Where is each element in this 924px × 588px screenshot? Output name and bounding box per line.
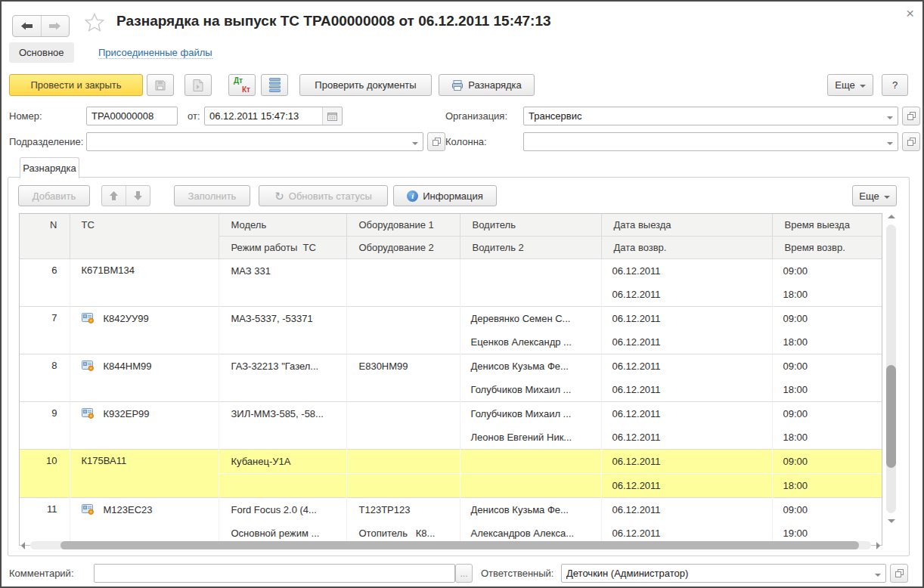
- register-records-button[interactable]: [261, 74, 288, 96]
- cell-time-out[interactable]: 09:00: [772, 450, 882, 474]
- cell-driver1[interactable]: Денисов Кузьма Фе...: [460, 498, 601, 522]
- chevron-down-icon[interactable]: [882, 133, 898, 150]
- cell-num[interactable]: 10: [20, 450, 70, 498]
- cell-driver1[interactable]: Голубчиков Михаил ...: [460, 402, 601, 426]
- department-open-button[interactable]: [427, 132, 445, 151]
- col-header-model[interactable]: Модель: [219, 214, 346, 237]
- fill-button[interactable]: Заполнить: [174, 185, 250, 206]
- date-field[interactable]: 06.12.2011 15:47:13: [204, 107, 343, 125]
- cell-date-ret[interactable]: 06.12.2011: [601, 330, 772, 354]
- move-up-button[interactable]: [102, 186, 126, 206]
- responsible-combo[interactable]: Деточкин (Администратор): [561, 564, 886, 583]
- print-raznaryadka-button[interactable]: Разнарядка: [439, 74, 535, 96]
- scroll-up-icon[interactable]: [888, 215, 895, 218]
- column-open-button[interactable]: [902, 132, 920, 151]
- cell-date-out[interactable]: 06.12.2011: [601, 498, 772, 522]
- cell-time-out[interactable]: 09:00: [772, 402, 882, 426]
- col-header-date-out[interactable]: Дата выезда: [601, 214, 772, 237]
- cell-equip1[interactable]: [346, 450, 460, 474]
- chevron-down-icon[interactable]: [870, 565, 885, 582]
- save-button[interactable]: [147, 74, 174, 96]
- cell-model[interactable]: ГАЗ-32213 "Газел...: [219, 354, 346, 379]
- cell-time-out[interactable]: 09:00: [772, 307, 882, 331]
- col-header-driver2[interactable]: Водитель 2: [460, 237, 601, 259]
- cell-driver1[interactable]: [460, 259, 601, 283]
- cell-equip1[interactable]: Е830НМ99: [346, 354, 460, 379]
- close-icon[interactable]: ×: [906, 5, 914, 22]
- cell-driver2[interactable]: [460, 474, 601, 498]
- col-header-driver1[interactable]: Водитель: [460, 214, 601, 237]
- post-and-close-button[interactable]: Провести и закрыть: [9, 74, 143, 96]
- tab-main[interactable]: Основное: [9, 42, 74, 63]
- cell-time-ret[interactable]: 18:00: [772, 330, 882, 354]
- horizontal-scroll-thumb[interactable]: [60, 541, 859, 549]
- refresh-statuses-button[interactable]: ↻ Обновить статусы: [259, 185, 388, 206]
- col-header-time-out[interactable]: Время выезда: [772, 214, 882, 237]
- vertical-scrollbar[interactable]: [884, 215, 898, 523]
- cell-num[interactable]: 8: [20, 354, 70, 402]
- col-header-equip2[interactable]: Оборудование 2: [346, 237, 460, 259]
- column-combo[interactable]: [523, 132, 898, 151]
- cell-mode[interactable]: [219, 474, 346, 498]
- comment-input[interactable]: [94, 564, 455, 583]
- check-documents-button[interactable]: Проверить документы: [299, 74, 432, 96]
- move-down-button[interactable]: [126, 186, 150, 206]
- dt-kt-button[interactable]: Дт Кт: [228, 74, 256, 96]
- favorite-star-icon[interactable]: [85, 13, 104, 35]
- cell-date-out[interactable]: 06.12.2011: [601, 259, 772, 283]
- cell-tc[interactable]: К844НМ99: [70, 354, 219, 402]
- horizontal-scrollbar[interactable]: [20, 540, 882, 551]
- information-button[interactable]: i Информация: [393, 185, 497, 206]
- cell-tc-current[interactable]: К175ВА11: [70, 450, 219, 498]
- col-header-time-ret[interactable]: Время возвр.: [772, 237, 882, 259]
- cell-driver1[interactable]: Денисов Кузьма Фе...: [460, 354, 601, 379]
- organization-combo[interactable]: Трансервис: [523, 107, 898, 125]
- col-header-equip1[interactable]: Оборудование 1: [346, 214, 460, 237]
- cell-equip1[interactable]: [346, 307, 460, 331]
- cell-driver2[interactable]: Леонов Евгений Ник...: [460, 426, 601, 450]
- cell-num[interactable]: 11: [20, 498, 70, 546]
- help-button[interactable]: ?: [882, 74, 908, 96]
- cell-tc[interactable]: М123ЕС23: [70, 498, 219, 546]
- post-document-button[interactable]: [184, 74, 212, 96]
- cell-mode[interactable]: [219, 426, 346, 450]
- cell-date-out[interactable]: 06.12.2011: [601, 354, 772, 379]
- chevron-down-icon[interactable]: [882, 107, 898, 125]
- cell-date-ret[interactable]: 06.12.2011: [601, 474, 772, 498]
- cell-date-ret[interactable]: 06.12.2011: [601, 283, 772, 307]
- cell-date-out[interactable]: 06.12.2011: [601, 450, 772, 474]
- calendar-icon[interactable]: [322, 107, 342, 125]
- horizontal-scroll-track[interactable]: [30, 541, 871, 549]
- cell-tc[interactable]: К842УУ99: [70, 307, 219, 354]
- add-button[interactable]: Добавить: [18, 185, 90, 206]
- comment-expand-button[interactable]: ...: [455, 564, 473, 583]
- cell-driver2[interactable]: Еценков Александр ...: [460, 330, 601, 354]
- scroll-right-icon[interactable]: [876, 542, 880, 549]
- scroll-left-icon[interactable]: [21, 542, 25, 549]
- cell-time-ret[interactable]: 18:00: [772, 474, 882, 498]
- grid-more-button[interactable]: Еще: [852, 185, 897, 206]
- cell-time-ret[interactable]: 18:00: [772, 426, 882, 450]
- cell-model[interactable]: Ford Focus 2.0 (4...: [219, 498, 346, 522]
- cell-equip2[interactable]: [346, 330, 460, 354]
- cell-date-ret[interactable]: 06.12.2011: [601, 378, 772, 402]
- cell-time-out[interactable]: 09:00: [772, 259, 882, 283]
- cell-num[interactable]: 9: [20, 402, 70, 450]
- cell-equip2[interactable]: [346, 474, 460, 498]
- col-header-date-ret[interactable]: Дата возвр.: [601, 237, 772, 259]
- cell-driver2[interactable]: Голубчиков Михаил ...: [460, 378, 601, 402]
- cell-driver1[interactable]: [460, 450, 601, 474]
- department-combo[interactable]: [86, 132, 423, 151]
- cell-driver2[interactable]: [460, 283, 601, 307]
- cell-mode[interactable]: [219, 283, 346, 307]
- col-header-tc[interactable]: ТС: [70, 214, 219, 259]
- cell-tc[interactable]: К671ВМ134: [70, 259, 219, 307]
- vertical-scroll-track[interactable]: [886, 224, 896, 513]
- cell-num[interactable]: 6: [20, 259, 70, 307]
- col-header-num[interactable]: N: [20, 214, 70, 259]
- cell-equip2[interactable]: [346, 378, 460, 402]
- organization-open-button[interactable]: [902, 107, 920, 125]
- cell-model[interactable]: МАЗ-5337, -53371: [219, 307, 346, 331]
- scroll-down-icon[interactable]: [888, 519, 895, 523]
- cell-equip1[interactable]: Т123ТР123: [346, 498, 460, 522]
